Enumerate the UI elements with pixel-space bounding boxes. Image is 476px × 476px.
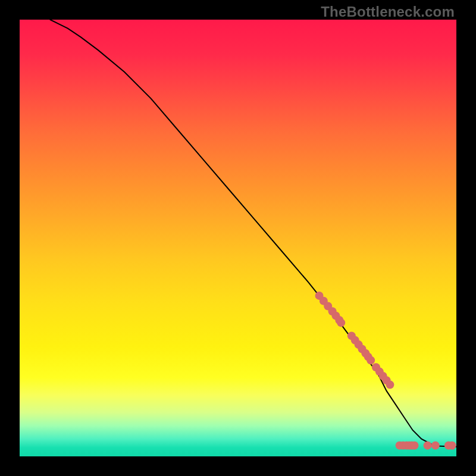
chart-frame: TheBottleneck.com xyxy=(0,0,476,476)
scatter-point xyxy=(386,381,394,389)
curve-line xyxy=(50,20,456,447)
scatter-point xyxy=(337,318,345,327)
scatter-point xyxy=(424,441,432,450)
chart-overlay-svg xyxy=(20,20,456,456)
watermark-text: TheBottleneck.com xyxy=(321,4,455,20)
scatter-point xyxy=(448,441,456,450)
scatter-point xyxy=(411,441,419,450)
scatter-point xyxy=(367,356,375,365)
scatter-point xyxy=(431,441,440,450)
scatter-points xyxy=(315,292,456,450)
